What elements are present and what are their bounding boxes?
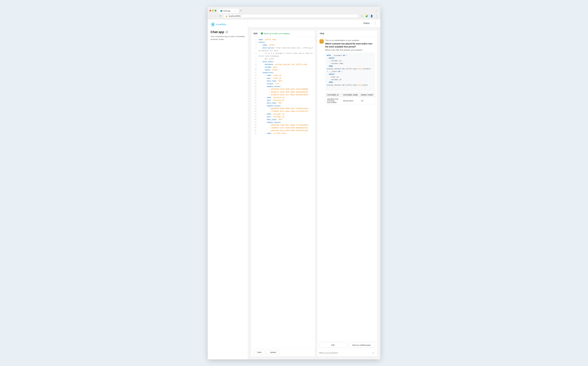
address-bar: ‹ › ↻ 🔒 localhost:8503 ☆ 🧩 👤 ⋮	[208, 13, 380, 19]
new-tab-button[interactable]: +	[239, 8, 243, 13]
code-line: 30 - 93e5b426-cb5b-46cc-8da6-e7f76da226f…	[251, 124, 315, 127]
user-question: Which customer has placed the most order…	[325, 42, 375, 48]
code-line: 9 schema: data	[251, 66, 315, 69]
code-line: 3 - name: orders	[251, 44, 315, 46]
chat-panel: Chat 🛒 This is our interpretation of you…	[317, 30, 377, 357]
sidebar-logo: snowflake	[211, 22, 245, 27]
main-content: Deploy ⋮ Edit · ✓ Model up-to-date and v…	[248, 19, 380, 359]
code-line: 32 - e0ee412b-6cc2-4b32-9f09-781ba33ec20…	[251, 129, 315, 132]
status-text: Model up-to-date and validated	[264, 32, 290, 35]
code-line: 11 dimensions:	[251, 71, 315, 74]
chat-input[interactable]	[319, 352, 370, 354]
code-line: 28 data_type: TEXT	[251, 118, 315, 121]
upload-button[interactable]: Upload	[267, 350, 280, 355]
code-line: 14 data_type: TEXT	[251, 80, 315, 83]
code-line: 5 if it's a customer's first order and a…	[251, 52, 315, 58]
app-title: Chat app 💬	[211, 30, 245, 34]
snowflake-logo-icon	[211, 22, 215, 27]
save-button[interactable]: Save	[254, 350, 265, 355]
tab-close-button[interactable]: ✕	[234, 10, 236, 12]
table-row: eb8a5b36-47a8-47ca-9c1b-6417cf79f4b2 Mic…	[326, 97, 375, 104]
code-line: 13 expr: order_id	[251, 77, 315, 80]
code-editor[interactable]: 1 name: jaffle_shop 2 tables: 3 - name: …	[251, 37, 315, 348]
logo-text: snowflake	[216, 23, 226, 26]
lock-icon: 🔒	[225, 15, 227, 17]
tab-favicon	[220, 10, 222, 12]
code-line: 20 - name: location_id	[251, 96, 315, 99]
app-layout: snowflake Chat app 💬 Your companion app …	[208, 19, 380, 359]
app-title-icon: 💬	[225, 30, 228, 34]
bookmark-icon[interactable]: ☆	[360, 14, 364, 18]
code-line: 25 - 7f790ed7-0fc4-4de2-a1b0-cce72e657fc…	[251, 110, 315, 113]
results-table: CUSTOMER_ID CUSTOMER_NAME ORDER_COUNT eb…	[325, 92, 375, 105]
message-content: This is our interpretation of your quest…	[325, 39, 375, 107]
url-text: localhost:8503	[229, 15, 241, 17]
chat-actions: Edit Save as verified query	[317, 341, 377, 349]
code-line: 4 description: Order overview data mart,…	[251, 47, 315, 52]
col-customer-id: CUSTOMER_ID	[326, 93, 341, 97]
code-line: 22 data_type: TEXT	[251, 102, 315, 105]
deploy-button[interactable]: Deploy	[362, 21, 371, 25]
more-button[interactable]: ⋮	[373, 21, 377, 25]
code-line: 2 tables:	[251, 41, 315, 44]
status-badge: ✓ Model up-to-date and validated	[261, 32, 290, 35]
code-line: 7 base_table:	[251, 61, 315, 63]
url-bar[interactable]: 🔒 localhost:8503	[223, 14, 359, 18]
code-line: 12 - name: order_id	[251, 74, 315, 77]
code-line: 16 sample_values:	[251, 85, 315, 88]
extensions-icon[interactable]: 🧩	[365, 14, 369, 18]
code-line: 1 name: jaffle_shop	[251, 38, 315, 41]
cell-customer-id: eb8a5b36-47a8-47ca-9c1b-6417cf79f4b2	[326, 97, 341, 104]
save-verified-query-button[interactable]: Save as verified query	[348, 343, 375, 348]
code-line: 10 table: orders	[251, 69, 315, 71]
top-bar: Deploy ⋮	[248, 19, 380, 27]
col-customer-name: CUSTOMER_NAME	[342, 93, 359, 97]
bot-avatar: 🛒	[319, 39, 324, 44]
more-options-icon[interactable]: ⋮	[375, 14, 379, 18]
cell-customer-name: Michael Welch	[342, 97, 359, 104]
code-line: 24 - 08d44615-06d3-4086-a5d7-21395a1d975…	[251, 107, 315, 110]
code-line: 18 - 63a8a47c-84bb-4e8f-8836-46daae865da…	[251, 91, 315, 94]
back-button[interactable]: ‹	[209, 14, 213, 18]
bot-avatar-icon: 🛒	[320, 40, 323, 43]
chat-body: 🛒 This is our interpretation of your que…	[317, 37, 377, 341]
sql-code-block: WITH __customers AS ( SELECT customer_id…	[325, 53, 375, 91]
forward-button[interactable]: ›	[214, 14, 217, 18]
browser-actions: ☆ 🧩 👤 ⋮	[360, 14, 379, 18]
send-button[interactable]: ➤	[371, 351, 375, 355]
code-line: 33 - name: is_food_order	[251, 132, 315, 135]
top-bar-actions: Deploy ⋮	[362, 21, 377, 25]
interpretation-label: This is our interpretation of your quest…	[325, 39, 375, 41]
chat-title: Chat	[320, 32, 324, 35]
col-order-count: ORDER_COUNT	[359, 93, 375, 97]
traffic-lights	[209, 10, 216, 12]
active-tab[interactable]: Chat app ✕	[218, 9, 239, 13]
edit-query-button[interactable]: Edit	[319, 343, 347, 348]
minimize-button[interactable]	[212, 10, 214, 12]
code-line: 23 sample_values:	[251, 105, 315, 107]
code-line: 27 expr: customer_id	[251, 115, 315, 118]
tabs-expand-button[interactable]: ⌄	[374, 8, 379, 13]
reload-button[interactable]: ↻	[219, 14, 222, 18]
code-line: 26 - name: customer_id	[251, 113, 315, 115]
send-icon: ➤	[372, 351, 374, 354]
chat-header: Chat	[317, 30, 377, 37]
code-line: 31 - c8a08d27-3ce7-4164-b650-e80a0b3ab3c…	[251, 127, 315, 129]
edit-panel: Edit · ✓ Model up-to-date and validated …	[251, 30, 315, 357]
close-button[interactable]	[209, 10, 211, 12]
chat-message: 🛒 This is our interpretation of your que…	[319, 39, 375, 107]
maximize-button[interactable]	[215, 10, 216, 12]
code-line: 29 sample_values:	[251, 121, 315, 124]
code-line: 6 per order.	[251, 58, 315, 60]
svg-rect-0	[221, 10, 222, 12]
separator: ·	[259, 32, 259, 35]
browser-tabs: Chat app ✕ +	[218, 8, 243, 13]
status-dot-icon: ✓	[261, 32, 263, 35]
cell-order-count: 237	[359, 97, 375, 104]
edit-panel-title: Edit	[254, 32, 257, 35]
code-line: 21 expr: location_id	[251, 99, 315, 102]
profile-icon[interactable]: 👤	[370, 14, 374, 18]
browser-window: Chat app ✕ + ⌄ ‹ › ↻ 🔒 localhost:8503 ☆ …	[208, 7, 380, 359]
app-description: Your companion app to build a Snowflake …	[211, 35, 245, 41]
title-bar: Chat app ✕ + ⌄	[208, 7, 380, 13]
